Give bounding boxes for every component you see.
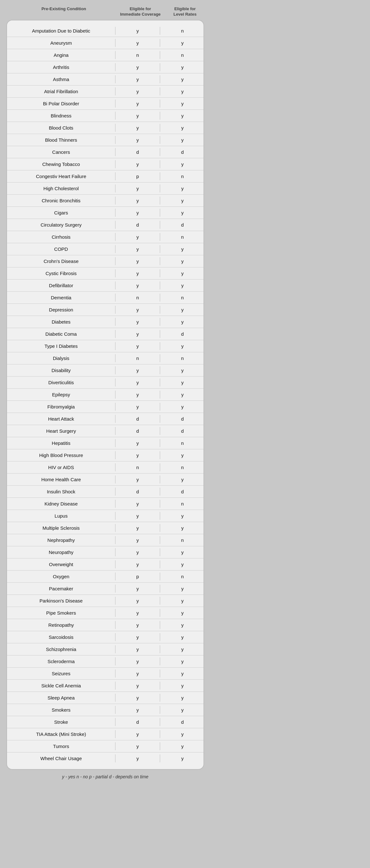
condition-name: Atrial Fibrillation [7, 87, 115, 95]
condition-name: Epilepsy [7, 391, 115, 399]
condition-name: Aneurysm [7, 39, 115, 47]
table-row: Disabilityyy [7, 365, 203, 377]
rates-value: y [160, 391, 205, 399]
coverage-value: y [115, 585, 160, 593]
coverage-value: y [115, 257, 160, 265]
coverage-value: y [115, 560, 160, 568]
table-row: Cancersdd [7, 146, 203, 158]
condition-name: Smokers [7, 706, 115, 714]
coverage-value: n [115, 293, 160, 302]
coverage-value: y [115, 512, 160, 520]
rates-value: n [160, 293, 205, 302]
condition-name: Bi Polar Disorder [7, 99, 115, 107]
coverage-value: y [115, 378, 160, 386]
rates-value: y [160, 209, 205, 217]
coverage-value: n [115, 463, 160, 471]
condition-name: Dialysis [7, 354, 115, 362]
coverage-value: y [115, 112, 160, 120]
condition-name: Parkinson's Disease [7, 597, 115, 605]
rates-value: y [160, 609, 205, 617]
rates-value: y [160, 99, 205, 107]
rates-value: y [160, 633, 205, 641]
condition-name: Heart Surgery [7, 427, 115, 435]
coverage-value: d [115, 415, 160, 423]
table-row: Diabetic Comayd [7, 328, 203, 340]
condition-name: Asthma [7, 75, 115, 83]
rates-value: y [160, 597, 205, 605]
table-row: Bi Polar Disorderyy [7, 98, 203, 110]
table-row: High Cholesterolyy [7, 183, 203, 195]
coverage-value: y [115, 136, 160, 144]
condition-name: Sickle Cell Anemia [7, 682, 115, 690]
table-row: COPDyy [7, 243, 203, 255]
coverage-value: y [115, 318, 160, 326]
table-row: Oxygenpn [7, 570, 203, 583]
table-row: Cystic Fibrosisyy [7, 268, 203, 280]
table-row: Lupusyy [7, 510, 203, 522]
coverage-value: y [115, 621, 160, 629]
coverage-value: y [115, 657, 160, 665]
rates-value: d [160, 427, 205, 435]
rates-value: y [160, 742, 205, 750]
table-row: Heart Attackdd [7, 413, 203, 425]
condition-name: Tumors [7, 742, 115, 750]
condition-name: Kidney Disease [7, 500, 115, 508]
table-row: Cigarsyy [7, 207, 203, 219]
condition-name: High Blood Pressure [7, 451, 115, 459]
condition-name: Home Health Care [7, 475, 115, 484]
table-row: TIA Attack (Mini Stroke)yy [7, 728, 203, 740]
rates-value: n [160, 463, 205, 471]
rates-value: y [160, 112, 205, 120]
coverage-value: y [115, 633, 160, 641]
coverage-value: y [115, 366, 160, 374]
table-row: Retinopathyyy [7, 619, 203, 631]
rates-value: n [160, 500, 205, 508]
condition-name: Heart Attack [7, 415, 115, 423]
coverage-value: d [115, 427, 160, 435]
coverage-value: p [115, 172, 160, 180]
table-row: Chronic Bronchitisyy [7, 195, 203, 207]
coverage-value: y [115, 706, 160, 714]
rates-value: y [160, 403, 205, 411]
condition-name: Blood Thinners [7, 136, 115, 144]
rates-value: y [160, 524, 205, 532]
rates-value: y [160, 682, 205, 690]
rates-value: d [160, 330, 205, 338]
condition-name: Oxygen [7, 572, 115, 581]
table-row: Parkinson's Diseaseyy [7, 595, 203, 607]
condition-name: Cirrhosis [7, 233, 115, 241]
table-row: Neuropathyyy [7, 546, 203, 558]
condition-name: Neuropathy [7, 548, 115, 556]
coverage-value: y [115, 342, 160, 350]
legend: y - yes n - no p - partial d - depends o… [6, 774, 204, 779]
table-row: Schizophreniayy [7, 643, 203, 655]
rates-value: n [160, 27, 205, 35]
header-condition: Pre-Existing Condition [9, 6, 118, 17]
condition-name: Multiple Sclerosis [7, 524, 115, 532]
coverage-value: y [115, 281, 160, 289]
rates-value: d [160, 488, 205, 496]
coverage-value: d [115, 148, 160, 156]
coverage-value: y [115, 39, 160, 47]
rates-value: y [160, 75, 205, 83]
condition-name: Hepatitis [7, 439, 115, 447]
table-row: Atrial Fibrillationyy [7, 86, 203, 98]
coverage-value: y [115, 670, 160, 678]
condition-name: HIV or AIDS [7, 463, 115, 471]
table-row: Circulatory Surgerydd [7, 219, 203, 231]
condition-name: Diverticulitis [7, 378, 115, 386]
rates-value: y [160, 621, 205, 629]
condition-name: Congestiv Heart Failure [7, 172, 115, 180]
table-row: Defibrillatoryy [7, 280, 203, 292]
rates-value: y [160, 730, 205, 738]
rates-value: y [160, 512, 205, 520]
table-row: Pipe Smokersyy [7, 607, 203, 619]
table-row: Pacemakeryy [7, 583, 203, 595]
rates-value: y [160, 706, 205, 714]
condition-name: Nephropathy [7, 536, 115, 544]
rates-value: n [160, 536, 205, 544]
condition-name: Lupus [7, 512, 115, 520]
table-row: Home Health Careyy [7, 473, 203, 486]
table-row: Cirrhosisyn [7, 231, 203, 243]
condition-name: COPD [7, 245, 115, 253]
